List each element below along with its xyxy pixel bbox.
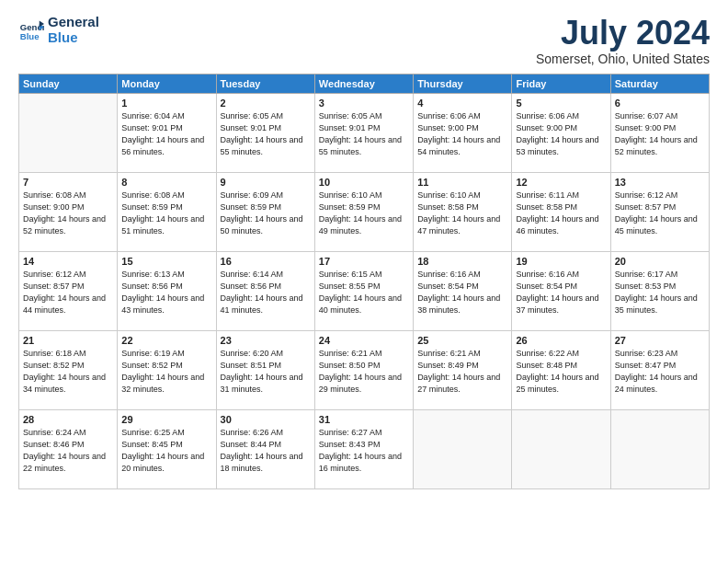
col-friday: Friday: [512, 74, 610, 93]
day-number: 13: [615, 176, 705, 190]
day-info: Sunrise: 6:19 AMSunset: 8:52 PMDaylight:…: [121, 349, 204, 393]
day-number: 16: [221, 255, 311, 269]
calendar-cell: 12Sunrise: 6:11 AMSunset: 8:58 PMDayligh…: [512, 172, 610, 251]
calendar-cell: [610, 409, 709, 488]
calendar-cell: 11Sunrise: 6:10 AMSunset: 8:58 PMDayligh…: [414, 172, 512, 251]
day-info: Sunrise: 6:08 AMSunset: 9:00 PMDaylight:…: [23, 190, 106, 235]
calendar-table: Sunday Monday Tuesday Wednesday Thursday…: [18, 74, 710, 489]
day-number: 30: [221, 413, 311, 427]
day-number: 12: [516, 176, 606, 190]
col-monday: Monday: [118, 74, 216, 93]
day-info: Sunrise: 6:14 AMSunset: 8:56 PMDaylight:…: [221, 270, 303, 314]
col-thursday: Thursday: [414, 74, 512, 93]
day-number: 6: [615, 97, 705, 110]
day-info: Sunrise: 6:20 AMSunset: 8:51 PMDaylight:…: [221, 349, 303, 393]
location: Somerset, Ohio, United States: [536, 52, 710, 66]
day-info: Sunrise: 6:06 AMSunset: 9:00 PMDaylight:…: [516, 111, 598, 155]
day-number: 10: [319, 176, 409, 190]
calendar-cell: 21Sunrise: 6:18 AMSunset: 8:52 PMDayligh…: [19, 330, 118, 409]
calendar-cell: 24Sunrise: 6:21 AMSunset: 8:50 PMDayligh…: [314, 330, 413, 409]
logo-blue: Blue: [48, 30, 99, 46]
calendar-cell: 5Sunrise: 6:06 AMSunset: 9:00 PMDaylight…: [512, 93, 610, 172]
day-info: Sunrise: 6:06 AMSunset: 9:00 PMDaylight:…: [417, 111, 500, 155]
calendar-cell: [19, 93, 118, 172]
calendar-cell: 8Sunrise: 6:08 AMSunset: 8:59 PMDaylight…: [118, 172, 216, 251]
day-info: Sunrise: 6:12 AMSunset: 8:57 PMDaylight:…: [615, 190, 698, 235]
calendar-cell: 27Sunrise: 6:23 AMSunset: 8:47 PMDayligh…: [610, 330, 709, 409]
day-number: 28: [23, 413, 113, 427]
week-row-1: 1Sunrise: 6:04 AMSunset: 9:01 PMDaylight…: [19, 93, 710, 172]
week-row-3: 14Sunrise: 6:12 AMSunset: 8:57 PMDayligh…: [19, 251, 710, 330]
day-info: Sunrise: 6:16 AMSunset: 8:54 PMDaylight:…: [417, 270, 500, 314]
day-number: 29: [121, 413, 211, 427]
calendar-cell: 10Sunrise: 6:10 AMSunset: 8:59 PMDayligh…: [314, 172, 413, 251]
calendar-cell: 1Sunrise: 6:04 AMSunset: 9:01 PMDaylight…: [118, 93, 216, 172]
day-number: 18: [417, 255, 507, 269]
col-saturday: Saturday: [610, 74, 709, 93]
day-number: 27: [615, 334, 705, 348]
col-sunday: Sunday: [19, 74, 118, 93]
calendar-cell: 23Sunrise: 6:20 AMSunset: 8:51 PMDayligh…: [216, 330, 314, 409]
day-info: Sunrise: 6:24 AMSunset: 8:46 PMDaylight:…: [23, 428, 106, 472]
month-title: July 2024: [536, 15, 710, 52]
calendar-cell: 20Sunrise: 6:17 AMSunset: 8:53 PMDayligh…: [610, 251, 709, 330]
logo-icon: General Blue: [18, 17, 44, 43]
svg-text:Blue: Blue: [20, 30, 40, 40]
header-row: Sunday Monday Tuesday Wednesday Thursday…: [19, 74, 710, 93]
calendar-cell: 18Sunrise: 6:16 AMSunset: 8:54 PMDayligh…: [414, 251, 512, 330]
day-number: 21: [23, 334, 113, 348]
day-number: 8: [121, 176, 211, 190]
calendar-cell: 2Sunrise: 6:05 AMSunset: 9:01 PMDaylight…: [216, 93, 314, 172]
calendar-cell: 7Sunrise: 6:08 AMSunset: 9:00 PMDaylight…: [19, 172, 118, 251]
calendar-cell: 19Sunrise: 6:16 AMSunset: 8:54 PMDayligh…: [512, 251, 610, 330]
logo: General Blue General Blue: [18, 15, 99, 45]
day-number: 17: [319, 255, 409, 269]
calendar-cell: 13Sunrise: 6:12 AMSunset: 8:57 PMDayligh…: [610, 172, 709, 251]
day-info: Sunrise: 6:10 AMSunset: 8:59 PMDaylight:…: [319, 190, 402, 235]
day-number: 20: [615, 255, 705, 269]
day-info: Sunrise: 6:23 AMSunset: 8:47 PMDaylight:…: [615, 349, 698, 393]
calendar-page: General Blue General Blue July 2024 Some…: [0, 0, 728, 563]
day-info: Sunrise: 6:12 AMSunset: 8:57 PMDaylight:…: [23, 270, 106, 314]
calendar-cell: 17Sunrise: 6:15 AMSunset: 8:55 PMDayligh…: [314, 251, 413, 330]
day-number: 24: [319, 334, 409, 348]
day-number: 1: [121, 97, 211, 110]
day-info: Sunrise: 6:13 AMSunset: 8:56 PMDaylight:…: [121, 270, 204, 314]
week-row-2: 7Sunrise: 6:08 AMSunset: 9:00 PMDaylight…: [19, 172, 710, 251]
logo-general: General: [48, 15, 99, 30]
day-info: Sunrise: 6:09 AMSunset: 8:59 PMDaylight:…: [221, 190, 303, 235]
day-number: 14: [23, 255, 113, 269]
day-info: Sunrise: 6:10 AMSunset: 8:58 PMDaylight:…: [417, 190, 500, 235]
day-info: Sunrise: 6:21 AMSunset: 8:49 PMDaylight:…: [417, 349, 500, 393]
calendar-cell: 28Sunrise: 6:24 AMSunset: 8:46 PMDayligh…: [19, 409, 118, 488]
day-info: Sunrise: 6:22 AMSunset: 8:48 PMDaylight:…: [516, 349, 598, 393]
day-number: 3: [319, 97, 409, 110]
day-info: Sunrise: 6:21 AMSunset: 8:50 PMDaylight:…: [319, 349, 402, 393]
calendar-cell: 29Sunrise: 6:25 AMSunset: 8:45 PMDayligh…: [118, 409, 216, 488]
calendar-cell: 15Sunrise: 6:13 AMSunset: 8:56 PMDayligh…: [118, 251, 216, 330]
day-number: 7: [23, 176, 113, 190]
title-block: July 2024 Somerset, Ohio, United States: [536, 15, 710, 66]
calendar-cell: 16Sunrise: 6:14 AMSunset: 8:56 PMDayligh…: [216, 251, 314, 330]
day-number: 23: [221, 334, 311, 348]
day-number: 19: [516, 255, 606, 269]
col-wednesday: Wednesday: [314, 74, 413, 93]
day-info: Sunrise: 6:07 AMSunset: 9:00 PMDaylight:…: [615, 111, 698, 155]
calendar-cell: [512, 409, 610, 488]
day-number: 22: [121, 334, 211, 348]
day-number: 31: [319, 413, 409, 427]
week-row-5: 28Sunrise: 6:24 AMSunset: 8:46 PMDayligh…: [19, 409, 710, 488]
calendar-cell: 30Sunrise: 6:26 AMSunset: 8:44 PMDayligh…: [216, 409, 314, 488]
day-info: Sunrise: 6:05 AMSunset: 9:01 PMDaylight:…: [221, 111, 303, 155]
day-number: 4: [417, 97, 507, 110]
day-number: 25: [417, 334, 507, 348]
calendar-cell: 22Sunrise: 6:19 AMSunset: 8:52 PMDayligh…: [118, 330, 216, 409]
calendar-cell: 3Sunrise: 6:05 AMSunset: 9:01 PMDaylight…: [314, 93, 413, 172]
day-number: 15: [121, 255, 211, 269]
day-number: 2: [221, 97, 311, 110]
day-info: Sunrise: 6:26 AMSunset: 8:44 PMDaylight:…: [221, 428, 303, 472]
calendar-cell: [414, 409, 512, 488]
calendar-cell: 31Sunrise: 6:27 AMSunset: 8:43 PMDayligh…: [314, 409, 413, 488]
day-number: 11: [417, 176, 507, 190]
day-info: Sunrise: 6:05 AMSunset: 9:01 PMDaylight:…: [319, 111, 402, 155]
